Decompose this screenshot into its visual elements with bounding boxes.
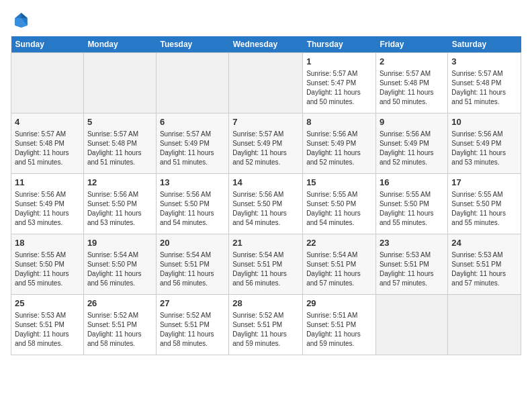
calendar-day-cell: 9Sunrise: 5:56 AMSunset: 5:49 PMDaylight…	[375, 113, 447, 174]
day-info: Sunrise: 5:55 AMSunset: 5:50 PMDaylight:…	[380, 191, 434, 226]
calendar-day-cell: 27Sunrise: 5:52 AMSunset: 5:51 PMDayligh…	[156, 295, 228, 355]
day-info: Sunrise: 5:52 AMSunset: 5:51 PMDaylight:…	[160, 312, 214, 347]
calendar-header: SundayMondayTuesdayWednesdayThursdayFrid…	[11, 36, 521, 53]
calendar-day-cell: 13Sunrise: 5:56 AMSunset: 5:50 PMDayligh…	[156, 174, 228, 234]
calendar-day-cell: 11Sunrise: 5:56 AMSunset: 5:49 PMDayligh…	[11, 174, 84, 234]
day-info: Sunrise: 5:57 AMSunset: 5:47 PMDaylight:…	[306, 70, 361, 105]
day-number: 2	[380, 56, 444, 68]
day-number: 15	[306, 177, 372, 189]
day-info: Sunrise: 5:53 AMSunset: 5:51 PMDaylight:…	[451, 251, 506, 287]
day-info: Sunrise: 5:53 AMSunset: 5:51 PMDaylight:…	[15, 312, 69, 347]
calendar-day-cell: 16Sunrise: 5:55 AMSunset: 5:50 PMDayligh…	[375, 174, 447, 234]
day-number: 19	[87, 237, 152, 249]
day-info: Sunrise: 5:51 AMSunset: 5:51 PMDaylight:…	[306, 312, 361, 347]
day-number: 28	[232, 298, 299, 310]
calendar-day-cell: 3Sunrise: 5:57 AMSunset: 5:48 PMDaylight…	[448, 53, 521, 113]
calendar-day-cell: 2Sunrise: 5:57 AMSunset: 5:48 PMDaylight…	[375, 53, 447, 113]
weekday-header: Monday	[83, 36, 156, 53]
day-number: 4	[15, 116, 80, 128]
day-info: Sunrise: 5:57 AMSunset: 5:48 PMDaylight:…	[87, 130, 142, 166]
day-number: 10	[451, 116, 517, 128]
day-info: Sunrise: 5:52 AMSunset: 5:51 PMDaylight:…	[232, 312, 287, 347]
day-info: Sunrise: 5:56 AMSunset: 5:49 PMDaylight:…	[380, 130, 434, 166]
calendar-week-row: 1Sunrise: 5:57 AMSunset: 5:47 PMDaylight…	[11, 53, 521, 113]
day-info: Sunrise: 5:55 AMSunset: 5:50 PMDaylight:…	[306, 191, 361, 226]
day-number: 23	[380, 237, 444, 249]
day-info: Sunrise: 5:54 AMSunset: 5:51 PMDaylight:…	[160, 251, 214, 287]
day-number: 26	[87, 298, 152, 310]
calendar-day-cell: 10Sunrise: 5:56 AMSunset: 5:49 PMDayligh…	[448, 113, 521, 174]
calendar-day-cell: 12Sunrise: 5:56 AMSunset: 5:50 PMDayligh…	[83, 174, 156, 234]
day-number: 25	[15, 298, 80, 310]
day-info: Sunrise: 5:56 AMSunset: 5:50 PMDaylight:…	[232, 191, 287, 226]
logo-icon	[11, 11, 30, 30]
calendar-day-cell: 24Sunrise: 5:53 AMSunset: 5:51 PMDayligh…	[448, 234, 521, 295]
day-number: 24	[451, 237, 517, 249]
day-info: Sunrise: 5:57 AMSunset: 5:48 PMDaylight:…	[380, 70, 434, 105]
day-number: 14	[232, 177, 299, 189]
day-info: Sunrise: 5:56 AMSunset: 5:49 PMDaylight:…	[306, 130, 361, 166]
day-number: 27	[160, 298, 225, 310]
calendar-day-cell: 5Sunrise: 5:57 AMSunset: 5:48 PMDaylight…	[83, 113, 156, 174]
day-number: 17	[451, 177, 517, 189]
calendar-day-cell: 25Sunrise: 5:53 AMSunset: 5:51 PMDayligh…	[11, 295, 84, 355]
day-number: 7	[232, 116, 299, 128]
calendar-day-cell: 7Sunrise: 5:57 AMSunset: 5:49 PMDaylight…	[229, 113, 303, 174]
day-info: Sunrise: 5:56 AMSunset: 5:50 PMDaylight:…	[87, 191, 142, 226]
calendar-day-cell: 17Sunrise: 5:55 AMSunset: 5:50 PMDayligh…	[448, 174, 521, 234]
day-info: Sunrise: 5:54 AMSunset: 5:50 PMDaylight:…	[87, 251, 142, 287]
day-info: Sunrise: 5:56 AMSunset: 5:49 PMDaylight:…	[451, 130, 506, 166]
calendar-day-cell	[156, 53, 228, 113]
calendar-body: 1Sunrise: 5:57 AMSunset: 5:47 PMDaylight…	[11, 53, 521, 355]
calendar-week-row: 25Sunrise: 5:53 AMSunset: 5:51 PMDayligh…	[11, 295, 521, 355]
day-info: Sunrise: 5:53 AMSunset: 5:51 PMDaylight:…	[380, 251, 434, 287]
day-number: 11	[15, 177, 80, 189]
calendar-day-cell	[11, 53, 84, 113]
day-number: 3	[451, 56, 517, 68]
day-number: 12	[87, 177, 152, 189]
weekday-header: Tuesday	[156, 36, 228, 53]
day-info: Sunrise: 5:57 AMSunset: 5:48 PMDaylight:…	[15, 130, 69, 166]
calendar-table: SundayMondayTuesdayWednesdayThursdayFrid…	[11, 36, 521, 355]
calendar-day-cell: 4Sunrise: 5:57 AMSunset: 5:48 PMDaylight…	[11, 113, 84, 174]
calendar-day-cell: 19Sunrise: 5:54 AMSunset: 5:50 PMDayligh…	[83, 234, 156, 295]
calendar-day-cell: 15Sunrise: 5:55 AMSunset: 5:50 PMDayligh…	[303, 174, 376, 234]
weekday-header: Sunday	[11, 36, 84, 53]
day-number: 22	[306, 237, 372, 249]
day-number: 13	[160, 177, 225, 189]
weekday-header: Wednesday	[229, 36, 303, 53]
day-number: 20	[160, 237, 225, 249]
calendar-day-cell	[229, 53, 303, 113]
day-info: Sunrise: 5:55 AMSunset: 5:50 PMDaylight:…	[451, 191, 506, 226]
calendar-week-row: 18Sunrise: 5:55 AMSunset: 5:50 PMDayligh…	[11, 234, 521, 295]
calendar-day-cell: 20Sunrise: 5:54 AMSunset: 5:51 PMDayligh…	[156, 234, 228, 295]
calendar-day-cell	[448, 295, 521, 355]
calendar-day-cell: 14Sunrise: 5:56 AMSunset: 5:50 PMDayligh…	[229, 174, 303, 234]
calendar-day-cell: 28Sunrise: 5:52 AMSunset: 5:51 PMDayligh…	[229, 295, 303, 355]
day-number: 8	[306, 116, 372, 128]
svg-marker-1	[21, 13, 28, 18]
weekday-header: Saturday	[448, 36, 521, 53]
day-info: Sunrise: 5:57 AMSunset: 5:49 PMDaylight:…	[160, 130, 214, 166]
day-info: Sunrise: 5:57 AMSunset: 5:49 PMDaylight:…	[232, 130, 287, 166]
calendar-day-cell: 22Sunrise: 5:54 AMSunset: 5:51 PMDayligh…	[303, 234, 376, 295]
day-number: 18	[15, 237, 80, 249]
page-header	[11, 11, 521, 30]
calendar-day-cell: 21Sunrise: 5:54 AMSunset: 5:51 PMDayligh…	[229, 234, 303, 295]
calendar-day-cell: 6Sunrise: 5:57 AMSunset: 5:49 PMDaylight…	[156, 113, 228, 174]
day-number: 1	[306, 56, 372, 68]
calendar-day-cell	[83, 53, 156, 113]
day-info: Sunrise: 5:54 AMSunset: 5:51 PMDaylight:…	[232, 251, 287, 287]
day-number: 16	[380, 177, 444, 189]
calendar-day-cell: 18Sunrise: 5:55 AMSunset: 5:50 PMDayligh…	[11, 234, 84, 295]
day-info: Sunrise: 5:54 AMSunset: 5:51 PMDaylight:…	[306, 251, 361, 287]
day-info: Sunrise: 5:56 AMSunset: 5:49 PMDaylight:…	[15, 191, 69, 226]
day-info: Sunrise: 5:52 AMSunset: 5:51 PMDaylight:…	[87, 312, 142, 347]
calendar-day-cell: 8Sunrise: 5:56 AMSunset: 5:49 PMDaylight…	[303, 113, 376, 174]
calendar-day-cell	[375, 295, 447, 355]
calendar-week-row: 11Sunrise: 5:56 AMSunset: 5:49 PMDayligh…	[11, 174, 521, 234]
day-number: 21	[232, 237, 299, 249]
day-number: 9	[380, 116, 444, 128]
weekday-header: Thursday	[303, 36, 376, 53]
calendar-week-row: 4Sunrise: 5:57 AMSunset: 5:48 PMDaylight…	[11, 113, 521, 174]
